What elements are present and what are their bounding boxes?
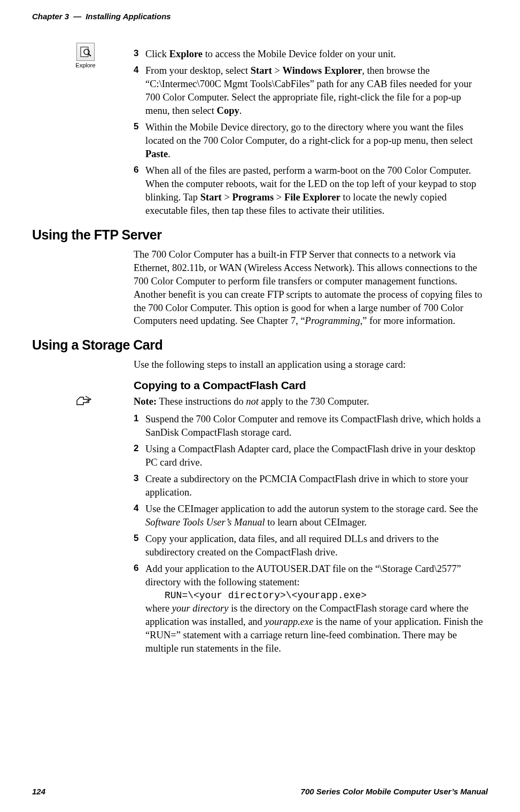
cf-step-1: 1 Suspend the 700 Color Computer and rem… (134, 413, 488, 439)
step-number: 4 (134, 64, 138, 76)
step-6: 6 When all of the files are pasted, perf… (134, 164, 488, 218)
step-text: Within the Mobile Device directory, go t… (145, 122, 473, 159)
running-footer: 124 700 Series Color Mobile Computer Use… (32, 787, 488, 796)
step-number: 2 (134, 443, 138, 455)
step-number: 6 (134, 164, 138, 176)
explore-icon-label: Explore (75, 62, 96, 68)
run-statement-code: RUN=\<your directory>\<yourapp.exe> (165, 589, 488, 602)
manual-title: 700 Series Color Mobile Computer User’s … (301, 787, 488, 796)
page-number: 124 (32, 787, 45, 796)
heading-storage-card: Using a Storage Card (32, 337, 488, 353)
explore-shortcut-icon: Explore (75, 43, 96, 68)
step-number: 3 (134, 473, 138, 485)
step-text: Copy your application, data files, and a… (145, 533, 439, 558)
step-number: 3 (134, 48, 138, 60)
svg-line-2 (89, 54, 91, 57)
ftp-paragraph: The 700 Color Computer has a built-in FT… (134, 248, 488, 328)
step-text: Using a CompactFlash Adapter card, place… (145, 444, 476, 468)
magnifier-over-page-icon (76, 43, 95, 61)
header-dash: — (73, 12, 81, 21)
step-text: Use the CEImager application to add the … (145, 504, 478, 528)
cf-step-2: 2 Using a CompactFlash Adapter card, pla… (134, 443, 488, 469)
step-number: 1 (134, 413, 138, 425)
step-text: Click Explore to access the Mobile Devic… (145, 49, 396, 59)
step-number: 5 (134, 532, 138, 545)
chapter-label: Chapter 3 (32, 12, 69, 21)
step-4: 4 From your desktop, select Start > Wind… (134, 64, 488, 118)
cf-step-6: 6 Add your application to the AUTOUSER.D… (134, 562, 488, 655)
cf-step-3: 3 Create a subdirectory on the PCMCIA Co… (134, 473, 488, 499)
svg-rect-0 (81, 47, 88, 57)
note-hand-icon (75, 394, 93, 409)
running-header: Chapter 3 — Installing Applications (32, 12, 488, 21)
step-text: Add your application to the AUTOUSER.DAT… (145, 563, 488, 654)
step-number: 4 (134, 502, 138, 515)
heading-copying-cf: Copying to a CompactFlash Card (134, 379, 488, 392)
storage-intro: Use the following steps to install an ap… (134, 358, 488, 372)
step-5: 5 Within the Mobile Device directory, go… (134, 121, 488, 161)
cf-step-5: 5 Copy your application, data files, and… (134, 532, 488, 559)
step-3: 3 Click Explore to access the Mobile Dev… (134, 48, 488, 61)
step-text: Create a subdirectory on the PCMCIA Comp… (145, 474, 468, 498)
heading-ftp-server: Using the FTP Server (32, 227, 488, 243)
step-text: Suspend the 700 Color Computer and remov… (145, 414, 480, 438)
cf-step-4: 4 Use the CEImager application to add th… (134, 502, 488, 529)
cf-steps-list: 1 Suspend the 700 Color Computer and rem… (134, 413, 488, 655)
step-text: From your desktop, select Start > Window… (145, 65, 472, 116)
top-steps-list: 3 Click Explore to access the Mobile Dev… (134, 48, 488, 218)
step-number: 6 (134, 562, 138, 575)
step-number: 5 (134, 121, 138, 133)
step-text: When all of the files are pasted, perfor… (145, 165, 476, 216)
chapter-title: Installing Applications (86, 12, 170, 21)
note-line: Note: These instructions do not apply to… (134, 395, 488, 408)
